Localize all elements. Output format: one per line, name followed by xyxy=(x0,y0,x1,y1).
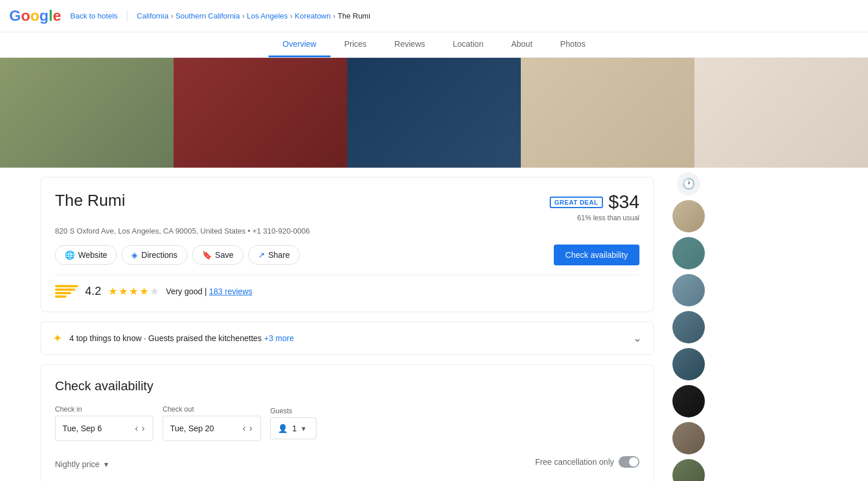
photo-strip[interactable] xyxy=(0,58,868,168)
breadcrumb-los-angeles[interactable]: Los Angeles xyxy=(247,12,288,20)
breadcrumb-current: The Rumi xyxy=(337,12,370,20)
rating-bar-2 xyxy=(55,288,75,291)
star-1: ★ xyxy=(108,285,117,298)
nav-tabs: Overview Prices Reviews Location About P… xyxy=(0,32,868,58)
checkout-value: Tue, Sep 20 xyxy=(170,424,237,433)
guests-dropdown-icon: ▾ xyxy=(301,424,306,433)
checkout-prev-button[interactable]: ‹ xyxy=(241,422,247,435)
things-text: 4 top things to know · Guests praised th… xyxy=(69,334,294,343)
history-button[interactable]: 🕐 xyxy=(677,172,700,195)
tab-location[interactable]: Location xyxy=(439,32,498,57)
sidebar-thumb-2[interactable] xyxy=(672,237,705,269)
star-4: ★ xyxy=(139,285,149,298)
rating-reviews-link[interactable]: 183 reviews xyxy=(209,287,252,296)
sparkle-icon: ✦ xyxy=(53,331,62,345)
history-icon: 🕐 xyxy=(682,177,695,190)
star-2: ★ xyxy=(119,285,128,298)
breadcrumb-koreatown[interactable]: Koreatown xyxy=(295,12,330,20)
checkout-input[interactable]: Tue, Sep 20 ‹ › xyxy=(163,416,261,441)
directions-icon: ◈ xyxy=(131,250,138,260)
photo-5[interactable] xyxy=(694,58,868,168)
stars: ★ ★ ★ ★ ★ xyxy=(108,285,159,298)
header: Google Back to hotels California › South… xyxy=(0,0,868,32)
rating-bars xyxy=(55,285,78,298)
availability-inputs: Check in Tue, Sep 6 ‹ › Check out Tue, S… xyxy=(55,405,639,441)
checkin-next-button[interactable]: › xyxy=(141,422,146,435)
sidebar-thumb-3[interactable] xyxy=(672,274,705,306)
breadcrumb-california[interactable]: California xyxy=(137,12,168,20)
tab-about[interactable]: About xyxy=(497,32,546,57)
sidebar-thumb-1[interactable] xyxy=(672,200,705,232)
checkin-group: Check in Tue, Sep 6 ‹ › xyxy=(55,405,153,441)
directions-button[interactable]: ◈ Directions xyxy=(122,245,187,265)
website-button[interactable]: 🌐 Website xyxy=(55,245,117,265)
star-3: ★ xyxy=(129,285,138,298)
rating-bar-3 xyxy=(55,292,71,294)
hotel-address: 820 S Oxford Ave, Los Angeles, CA 90005,… xyxy=(55,227,639,235)
rating-bar-4 xyxy=(55,295,67,298)
share-button[interactable]: ↗ Share xyxy=(248,245,300,265)
great-deal-badge: GREAT DEAL xyxy=(550,197,603,208)
person-icon: 👤 xyxy=(278,424,288,433)
main-content: The Rumi GREAT DEAL $34 61% less than us… xyxy=(29,168,839,481)
photo-4[interactable] xyxy=(521,58,694,168)
sidebar-thumb-4[interactable] xyxy=(672,311,705,343)
photo-2[interactable] xyxy=(174,58,347,168)
google-logo: Google xyxy=(9,7,61,25)
things-content: ✦ 4 top things to know · Guests praised … xyxy=(53,331,294,345)
guests-label: Guests xyxy=(270,407,317,415)
nightly-price[interactable]: Nightly price ▾ xyxy=(55,460,108,469)
rating-bar-1 xyxy=(55,285,78,287)
hotel-header: The Rumi GREAT DEAL $34 61% less than us… xyxy=(55,191,639,222)
checkin-input[interactable]: Tue, Sep 6 ‹ › xyxy=(55,416,153,441)
tab-photos[interactable]: Photos xyxy=(546,32,599,57)
star-5: ★ xyxy=(150,285,159,298)
rating-number: 4.2 xyxy=(85,284,101,298)
checkin-value: Tue, Sep 6 xyxy=(62,424,129,433)
guests-input[interactable]: 👤 1 ▾ xyxy=(270,417,317,439)
checkout-group: Check out Tue, Sep 20 ‹ › xyxy=(163,405,261,441)
free-cancel-row: Free cancellation only xyxy=(535,456,639,468)
hotel-name: The Rumi xyxy=(55,191,125,210)
guests-group: Guests 👤 1 ▾ xyxy=(270,407,317,439)
price-note: 61% less than usual xyxy=(550,214,639,222)
globe-icon: 🌐 xyxy=(65,250,75,260)
things-to-know-card[interactable]: ✦ 4 top things to know · Guests praised … xyxy=(41,321,654,355)
rating-section: 4.2 ★ ★ ★ ★ ★ Very good | 183 reviews xyxy=(55,275,639,298)
checkout-next-button[interactable]: › xyxy=(248,422,253,435)
rating-text: Very good | 183 reviews xyxy=(166,287,252,296)
share-icon: ↗ xyxy=(258,250,265,260)
sidebar-thumb-6[interactable] xyxy=(672,385,705,417)
sep1: › xyxy=(171,12,173,20)
photo-3[interactable] xyxy=(347,58,521,168)
back-to-hotels-link[interactable]: Back to hotels xyxy=(71,12,118,20)
sidebar-thumb-7[interactable] xyxy=(672,422,705,454)
availability-card: Check availability Check in Tue, Sep 6 ‹… xyxy=(41,364,654,481)
bookmark-icon: 🔖 xyxy=(202,250,212,260)
avail-bottom: Nightly price ▾ Free cancellation only xyxy=(55,450,639,469)
hotel-actions-row: 🌐 Website ◈ Directions 🔖 Save ↗ Share xyxy=(55,245,639,265)
hotel-card: The Rumi GREAT DEAL $34 61% less than us… xyxy=(41,177,654,312)
photo-1[interactable] xyxy=(0,58,174,168)
chevron-down-icon: ⌄ xyxy=(633,332,642,345)
breadcrumb-southern-california[interactable]: Southern California xyxy=(175,12,240,20)
checkin-prev-button[interactable]: ‹ xyxy=(134,422,139,435)
tab-prices[interactable]: Prices xyxy=(330,32,381,57)
center-content: The Rumi GREAT DEAL $34 61% less than us… xyxy=(29,168,665,481)
tab-overview[interactable]: Overview xyxy=(269,32,330,57)
save-button[interactable]: 🔖 Save xyxy=(192,245,244,265)
sidebar-thumb-5[interactable] xyxy=(672,348,705,380)
things-more-link[interactable]: +3 more xyxy=(264,334,294,343)
sep3: › xyxy=(290,12,292,20)
tab-reviews[interactable]: Reviews xyxy=(381,32,439,57)
checkout-label: Check out xyxy=(163,405,261,413)
check-availability-button[interactable]: Check availability xyxy=(554,245,639,265)
toggle-knob xyxy=(629,457,638,467)
checkin-arrows: ‹ › xyxy=(134,422,146,435)
right-sidebar: 🕐 xyxy=(665,168,712,481)
price-amount: $34 xyxy=(609,191,639,213)
sep2: › xyxy=(242,12,244,20)
free-cancel-toggle[interactable] xyxy=(619,456,639,468)
nightly-price-dropdown-icon: ▾ xyxy=(104,460,108,469)
sidebar-thumb-8[interactable] xyxy=(672,459,705,481)
